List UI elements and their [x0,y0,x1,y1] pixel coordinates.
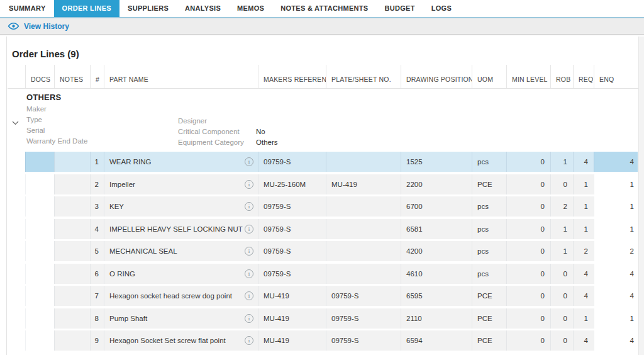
eye-icon [8,22,19,30]
tab-logs[interactable]: LOGS [423,0,460,17]
docs-cell[interactable] [25,219,54,239]
info-icon[interactable]: i [245,336,253,345]
notes-cell[interactable] [54,196,90,217]
chevron-down-icon[interactable] [12,116,19,128]
enq-cell[interactable]: 1 [594,196,638,217]
column-header-uom[interactable]: UOM [472,65,506,88]
enq-cell[interactable]: 4 [594,152,638,172]
row-number: 7 [90,286,104,306]
part-name-cell[interactable]: O RINGi [104,264,258,284]
table-row[interactable]: 4IMPELLER HEAVY SELF LOCKING NUTi09759-S… [8,219,638,239]
tab-analysis[interactable]: ANALYSIS [177,0,229,17]
docs-cell[interactable] [25,174,54,194]
docs-cell[interactable] [25,264,54,284]
info-icon[interactable]: i [245,269,253,278]
column-header-req[interactable]: REQ [573,65,594,88]
docs-cell[interactable] [25,308,54,329]
toolbar: View History [0,18,644,35]
min-level-cell: 0 [506,308,550,329]
column-header-enq[interactable]: ENQ [594,65,638,88]
part-name-cell[interactable]: Impelleri [104,174,258,194]
info-icon[interactable]: i [245,314,253,323]
tab-suppliers[interactable]: SUPPLIERS [119,0,177,17]
part-name-cell[interactable]: IMPELLER HEAVY SELF LOCKING NUTi [104,219,258,239]
part-name-cell[interactable]: Hexagon Socket Set screw flat pointi [104,330,258,351]
enq-cell[interactable]: 4 [594,286,638,306]
notes-cell[interactable] [54,241,90,261]
docs-cell[interactable] [25,152,54,172]
docs-cell[interactable] [25,196,54,217]
part-name: Impeller [109,181,135,188]
info-icon[interactable]: i [245,180,253,189]
notes-cell[interactable] [54,219,90,239]
makers-reference-cell: MU-419 [258,308,326,329]
column-header-notes[interactable]: NOTES [54,65,90,88]
table-row[interactable]: 6O RINGi09759-S4610pcs0044 [8,264,638,284]
notes-cell[interactable] [54,308,90,329]
table-row[interactable]: 7Hexagon socket head screw dog pointiMU-… [8,286,638,306]
row-selector-cell[interactable] [8,174,25,194]
row-selector-cell[interactable] [8,219,25,239]
table-row[interactable]: 3KEYi09759-S6700pcs0211 [8,196,638,217]
row-selector-cell[interactable] [8,286,25,306]
column-header-docs[interactable]: DOCS [25,65,54,88]
vertical-scrollbar[interactable] [638,37,644,355]
part-name: Hexagon socket head screw dog point [109,292,232,300]
row-selector-cell[interactable] [8,196,25,217]
drawing-position-cell: 4610 [401,264,472,284]
part-name-cell[interactable]: Hexagon socket head screw dog pointi [104,286,258,306]
table-row[interactable]: 1WEAR RINGi09759-S1525pcs0144 [8,152,638,172]
table-row[interactable]: 9Hexagon Socket Set screw flat pointiMU-… [8,330,638,351]
info-icon[interactable]: i [245,291,253,300]
enq-cell[interactable]: 4 [594,264,638,284]
part-name-cell[interactable]: KEYi [104,196,258,217]
row-selector-cell[interactable] [8,330,25,351]
row-selector-cell[interactable] [8,264,25,284]
tab-order-lines[interactable]: ORDER LINES [54,0,119,17]
enq-cell[interactable]: 1 [594,219,638,239]
column-header-min_level[interactable]: MIN LEVEL [506,65,550,88]
column-header-plate_sheet_no[interactable]: PLATE/SHEET NO. [326,65,401,88]
docs-cell[interactable] [25,330,54,351]
info-icon[interactable]: i [245,247,253,256]
docs-cell[interactable] [25,241,54,261]
row-selector-cell[interactable] [8,241,25,261]
tab-notes-attachments[interactable]: NOTES & ATTACHMENTS [272,0,376,17]
part-name-cell[interactable]: MECHANICAL SEALi [104,241,258,261]
min-level-cell: 0 [506,330,550,351]
part-name-cell[interactable]: Pump Shafti [104,308,258,329]
table-row[interactable]: 8Pump ShaftiMU-41909759-S2110PCE0011 [8,308,638,329]
notes-cell[interactable] [54,174,90,194]
enq-cell[interactable]: 4 [594,330,638,351]
enq-cell[interactable]: 2 [594,241,638,261]
group-fields-right: DesignerCritical ComponentNoEquipment Ca… [178,116,278,148]
uom-cell: PCE [472,174,506,194]
notes-cell[interactable] [54,152,90,172]
info-icon[interactable]: i [245,157,253,166]
info-icon[interactable]: i [245,202,253,211]
tab-budget[interactable]: BUDGET [376,0,423,17]
table-row[interactable]: 5MECHANICAL SEALi09759-S4200pcs0122 [8,241,638,261]
drawing-position-cell: 2200 [401,174,472,194]
column-header-num[interactable]: # [90,65,104,88]
enq-cell[interactable]: 1 [594,174,638,194]
tab-summary[interactable]: SUMMARY [1,0,54,17]
tab-memos[interactable]: MEMOS [229,0,272,17]
req-cell: 2 [573,241,594,261]
view-history-button[interactable]: View History [8,22,69,31]
notes-cell[interactable] [54,330,90,351]
docs-cell[interactable] [25,286,54,306]
row-selector-cell[interactable] [8,308,25,329]
group-field-type: Type [26,115,638,125]
table-row[interactable]: 2ImpelleriMU-25-160MMU-4192200PCE0011 [8,174,638,194]
column-header-drawing_position[interactable]: DRAWING POSITION [401,65,472,88]
row-selector-cell[interactable] [8,152,25,172]
info-icon[interactable]: i [245,225,253,234]
column-header-rob[interactable]: ROB [550,65,573,88]
column-header-part_name[interactable]: PART NAME [104,65,258,88]
column-header-makers_reference[interactable]: MAKERS REFERENCE [258,65,326,88]
part-name-cell[interactable]: WEAR RINGi [104,152,258,172]
notes-cell[interactable] [54,264,90,284]
notes-cell[interactable] [54,286,90,306]
enq-cell[interactable]: 1 [594,308,638,329]
